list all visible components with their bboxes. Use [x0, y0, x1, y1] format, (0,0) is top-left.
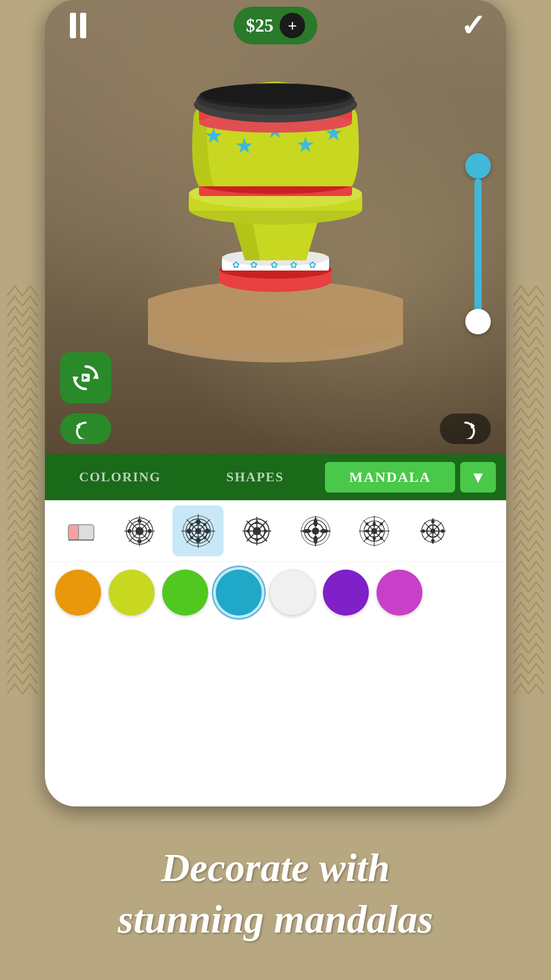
svg-text:★: ★ — [235, 134, 254, 158]
slider-track — [474, 179, 482, 322]
confirm-button[interactable]: ✓ — [455, 8, 491, 43]
color-swatch-white[interactable] — [269, 570, 315, 616]
svg-point-86 — [306, 529, 310, 533]
check-icon: ✓ — [460, 8, 486, 44]
svg-text:★: ★ — [296, 133, 315, 157]
dropdown-button[interactable]: ▼ — [460, 462, 496, 493]
redo-icon — [453, 419, 478, 439]
mandala-5-icon — [355, 512, 393, 550]
plus-icon: + — [288, 16, 297, 35]
mandala-2-icon — [179, 512, 217, 550]
color-swatch-teal[interactable] — [216, 570, 262, 616]
3d-viewport[interactable]: $25 + ✓ ✿ ✿ ✿ ✿ ✿ — [45, 0, 506, 454]
svg-rect-0 — [7, 286, 38, 694]
svg-point-98 — [365, 536, 368, 540]
bottom-tagline: Decorate with stunning mandalas — [118, 842, 433, 945]
svg-point-50 — [137, 519, 141, 523]
currency-badge[interactable]: $25 + — [234, 7, 317, 44]
color-swatch-green[interactable] — [162, 570, 208, 616]
svg-text:✿: ✿ — [309, 260, 316, 270]
bottom-text-area: Decorate with stunning mandalas — [0, 806, 551, 980]
undo-icon — [73, 419, 98, 439]
color-swatch-orange[interactable] — [55, 570, 101, 616]
pottery-object: ✿ ✿ ✿ ✿ ✿ ★ ★ ★ ★ ★ — [148, 26, 403, 373]
mandala-3-icon — [238, 512, 276, 550]
tab-shapes[interactable]: SHAPES — [190, 462, 320, 493]
color-swatch-yellow-green[interactable] — [109, 570, 155, 616]
rotate-button[interactable] — [60, 352, 111, 403]
color-picker — [45, 561, 506, 623]
svg-point-97 — [380, 536, 383, 540]
pattern-selector — [45, 500, 506, 561]
tab-mandala-label: MANDALA — [349, 469, 431, 485]
slider-top-indicator — [465, 153, 491, 179]
tab-coloring[interactable]: COLORING — [55, 462, 185, 493]
color-swatch-purple[interactable] — [323, 570, 369, 616]
svg-marker-78 — [264, 528, 268, 534]
svg-point-47 — [147, 529, 152, 533]
svg-point-64 — [203, 536, 206, 539]
svg-text:✿: ✿ — [250, 260, 258, 270]
svg-rect-37 — [68, 525, 79, 540]
tab-shapes-label: SHAPES — [226, 470, 284, 485]
svg-point-67 — [190, 523, 193, 526]
currency-amount: $25 — [246, 15, 273, 36]
slider-handle[interactable] — [465, 309, 491, 334]
top-bar: $25 + ✓ — [45, 0, 506, 51]
svg-point-88 — [313, 521, 317, 525]
rotate-icon — [70, 362, 101, 393]
phone-frame: $25 + ✓ ✿ ✿ ✿ ✿ ✿ — [45, 0, 506, 806]
color-swatch-pink-purple[interactable] — [377, 570, 422, 616]
mandala-1-icon — [120, 512, 159, 550]
pattern-mandala-3[interactable] — [231, 505, 282, 556]
eraser-icon — [64, 514, 97, 548]
svg-point-63 — [195, 519, 201, 524]
mandala-4-icon — [296, 512, 335, 550]
pause-icon — [70, 13, 86, 38]
svg-text:✿: ✿ — [270, 260, 278, 270]
svg-marker-77 — [245, 528, 249, 534]
svg-point-48 — [127, 529, 131, 533]
svg-point-49 — [137, 539, 141, 543]
svg-point-85 — [321, 529, 325, 533]
svg-point-66 — [203, 523, 206, 526]
zoom-slider[interactable] — [465, 153, 491, 357]
svg-point-61 — [186, 528, 191, 533]
pattern-eraser[interactable] — [55, 505, 106, 556]
svg-marker-76 — [254, 538, 260, 542]
mandala-6-icon — [414, 512, 452, 550]
pattern-mandala-4[interactable] — [290, 505, 341, 556]
svg-text:✿: ✿ — [290, 260, 297, 270]
svg-point-65 — [190, 536, 193, 539]
tab-mandala[interactable]: MANDALA — [325, 462, 455, 493]
svg-point-62 — [195, 537, 201, 543]
undo-button[interactable] — [60, 413, 111, 444]
svg-text:✿: ✿ — [232, 260, 240, 270]
svg-point-87 — [313, 536, 317, 541]
svg-marker-75 — [254, 520, 260, 524]
svg-point-60 — [205, 528, 210, 533]
svg-point-99 — [380, 522, 383, 525]
svg-rect-1 — [513, 286, 544, 694]
tab-bar: COLORING SHAPES MANDALA ▼ — [45, 454, 506, 500]
pattern-mandala-6[interactable] — [407, 505, 458, 556]
chevron-down-icon: ▼ — [470, 468, 486, 487]
pattern-mandala-5[interactable] — [348, 505, 399, 556]
pause-button[interactable] — [60, 8, 96, 43]
svg-point-30 — [202, 84, 349, 105]
redo-button[interactable] — [440, 413, 491, 444]
bottom-text-line1: Decorate with — [161, 845, 390, 890]
pattern-mandala-2[interactable] — [172, 505, 223, 556]
pattern-mandala-1[interactable] — [114, 505, 165, 556]
bottom-text-line2: stunning mandalas — [118, 897, 433, 941]
add-currency-button[interactable]: + — [280, 13, 305, 38]
tab-coloring-label: COLORING — [79, 470, 161, 485]
svg-point-100 — [365, 522, 368, 525]
